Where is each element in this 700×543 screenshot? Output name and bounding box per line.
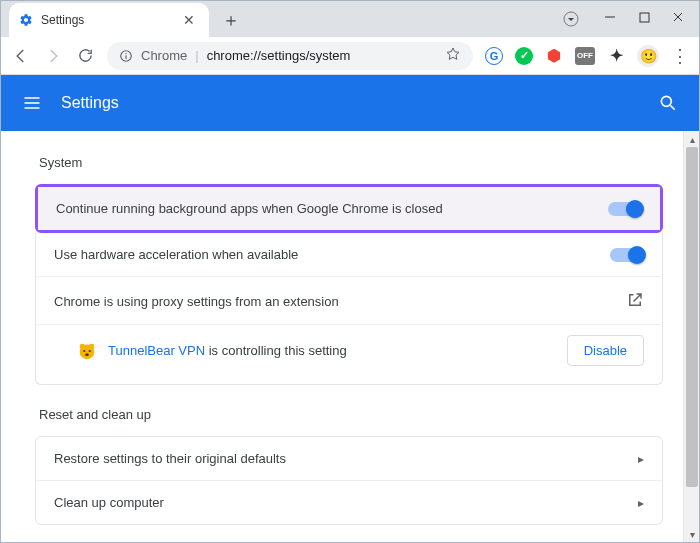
svg-line-9	[671, 106, 675, 110]
close-tab-icon[interactable]: ✕	[179, 12, 199, 28]
proxy-extension-text: TunnelBear VPN is controlling this setti…	[108, 343, 347, 358]
svg-point-15	[85, 353, 89, 356]
section-title-system: System	[39, 155, 663, 170]
maximize-icon[interactable]	[637, 10, 651, 24]
scroll-down-icon[interactable]: ▾	[684, 526, 700, 542]
highlighted-setting: Continue running background apps when Go…	[35, 184, 663, 233]
reset-card: Restore settings to their original defau…	[35, 436, 663, 525]
toolbar: Chrome | chrome://settings/system G ✓ ⬢ …	[1, 37, 699, 75]
setting-background-apps[interactable]: Continue running background apps when Go…	[38, 187, 660, 230]
url-separator: |	[195, 48, 198, 63]
proxy-extension-row: TunnelBear VPN is controlling this setti…	[36, 325, 662, 384]
svg-rect-7	[125, 55, 126, 59]
tunnelbear-icon	[76, 340, 98, 362]
chrome-menu-icon[interactable]: ⋮	[671, 45, 689, 67]
chevron-right-icon: ▸	[638, 496, 644, 510]
setting-proxy[interactable]: Chrome is using proxy settings from an e…	[36, 276, 662, 325]
settings-header: Settings	[1, 75, 699, 131]
svg-point-14	[89, 349, 91, 351]
forward-icon[interactable]	[43, 46, 63, 66]
setting-cleanup-computer[interactable]: Clean up computer ▸	[36, 480, 662, 524]
svg-point-8	[661, 96, 671, 106]
browser-tab[interactable]: Settings ✕	[9, 3, 209, 37]
toggle-hardware-accel[interactable]	[610, 248, 644, 262]
settings-scroll: System Continue running background apps …	[1, 131, 683, 542]
extension-icon-2[interactable]: ✓	[515, 47, 533, 65]
extension-icons: G ✓ ⬢ OFF ✦ 🙂 ⋮	[485, 45, 689, 67]
setting-label: Use hardware acceleration when available	[54, 247, 610, 262]
settings-gear-icon	[19, 13, 33, 27]
setting-label: Restore settings to their original defau…	[54, 451, 638, 466]
system-card: Use hardware acceleration when available…	[35, 233, 663, 385]
menu-icon[interactable]	[21, 92, 43, 114]
site-info-icon[interactable]	[119, 49, 133, 63]
setting-restore-defaults[interactable]: Restore settings to their original defau…	[36, 437, 662, 480]
back-icon[interactable]	[11, 46, 31, 66]
tab-title: Settings	[41, 13, 171, 27]
reload-icon[interactable]	[75, 46, 95, 66]
close-window-icon[interactable]	[671, 10, 685, 24]
disable-button[interactable]: Disable	[567, 335, 644, 366]
section-title-reset: Reset and clean up	[39, 407, 663, 422]
window-controls	[603, 1, 699, 33]
url-host: Chrome	[141, 48, 187, 63]
content-area: System Continue running background apps …	[1, 131, 699, 542]
setting-hardware-accel[interactable]: Use hardware acceleration when available	[36, 233, 662, 276]
scroll-up-icon[interactable]: ▴	[684, 131, 700, 147]
svg-rect-2	[640, 13, 649, 22]
bookmark-star-icon[interactable]	[445, 46, 461, 65]
minimize-icon[interactable]	[603, 10, 617, 24]
chevron-right-icon: ▸	[638, 452, 644, 466]
svg-point-12	[89, 343, 95, 349]
scrollbar-thumb[interactable]	[686, 147, 698, 487]
extension-icon-1[interactable]: G	[485, 47, 503, 65]
new-tab-button[interactable]: ＋	[217, 6, 245, 34]
search-icon[interactable]	[657, 92, 679, 114]
toggle-background-apps[interactable]	[608, 202, 642, 216]
extension-link[interactable]: TunnelBear VPN	[108, 343, 205, 358]
open-external-icon[interactable]	[626, 291, 644, 312]
setting-label: Clean up computer	[54, 495, 638, 510]
setting-label: Chrome is using proxy settings from an e…	[54, 294, 626, 309]
setting-label: Continue running background apps when Go…	[56, 201, 608, 216]
page-title: Settings	[61, 94, 657, 112]
vertical-scrollbar[interactable]: ▴ ▾	[683, 131, 699, 542]
extension-icon-3[interactable]: ⬢	[545, 47, 563, 65]
title-bar: Settings ✕ ＋	[1, 1, 699, 37]
svg-point-11	[80, 343, 86, 349]
chrome-window: Settings ✕ ＋ Chrome | chrome://settings/…	[0, 0, 700, 543]
address-bar[interactable]: Chrome | chrome://settings/system	[107, 42, 473, 70]
url-path: chrome://settings/system	[207, 48, 351, 63]
svg-point-6	[125, 52, 126, 53]
svg-point-13	[83, 349, 85, 351]
account-dropdown-icon[interactable]	[563, 11, 579, 27]
profile-avatar[interactable]: 🙂	[637, 45, 659, 67]
extensions-puzzle-icon[interactable]: ✦	[607, 47, 625, 65]
extension-icon-4[interactable]: OFF	[575, 47, 595, 65]
